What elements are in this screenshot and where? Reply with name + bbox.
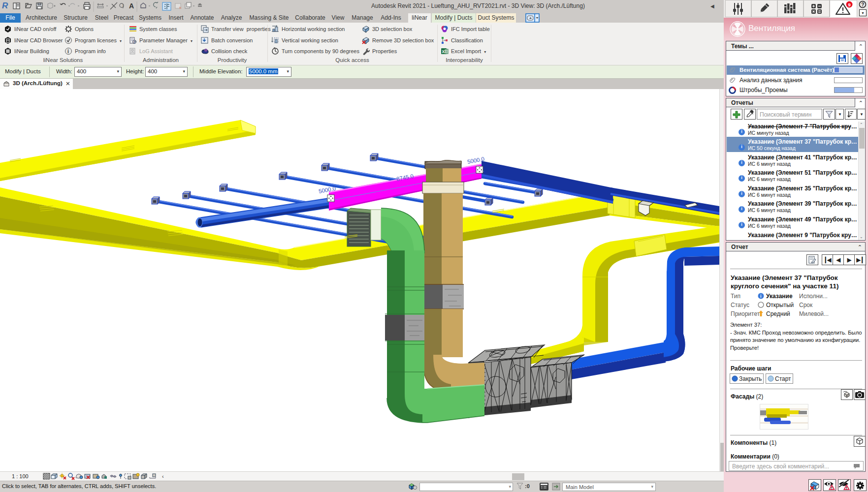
svg-text:i: i: [67, 49, 69, 54]
svg-text:P: P: [134, 40, 136, 44]
svg-text:i: i: [760, 294, 762, 299]
svg-text:R: R: [2, 1, 8, 10]
svg-text:?: ?: [861, 2, 864, 7]
svg-text:9: 9: [848, 2, 851, 7]
svg-text:1: 1: [122, 4, 124, 7]
svg-text:‹: ‹: [162, 473, 164, 479]
svg-text:X: X: [442, 49, 445, 54]
svg-text:A: A: [129, 2, 134, 10]
